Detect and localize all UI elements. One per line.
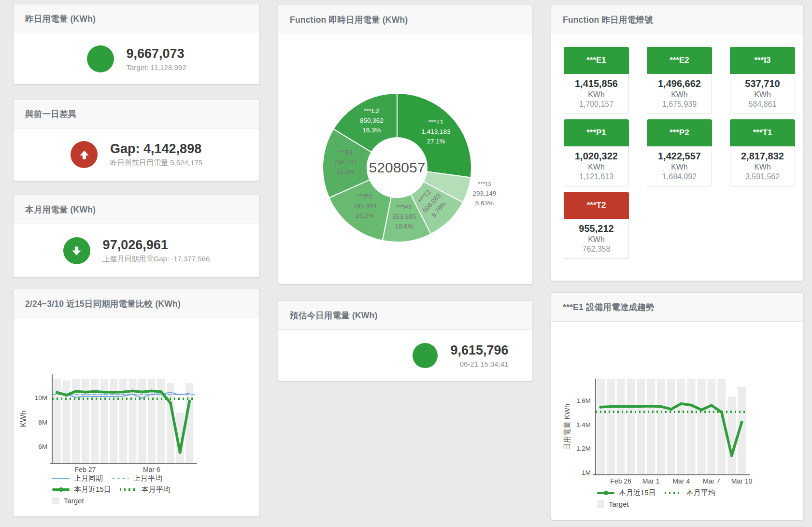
tile-previous-value: 762,358 xyxy=(566,245,627,254)
legend-label: 上月同期 xyxy=(74,474,103,483)
stat-value: 9,615,796 xyxy=(450,343,508,358)
status-tile-I3: ***I3537,710KWh584,861 xyxy=(730,47,795,114)
tile-label: ***P2 xyxy=(647,119,712,146)
status-tile-E2: ***E21,496,662KWh1,675,939 xyxy=(647,47,712,114)
panel-title: ***E1 設備用電達成趨勢 xyxy=(563,301,655,313)
stat-sub: 上個月同期用電Gap: -17,377,566 xyxy=(103,255,210,264)
legend-item-square[interactable]: Target xyxy=(52,496,84,505)
stat-text: Gap: 4,142,898 昨日與前日用電量 5,524,175 xyxy=(110,142,202,168)
y-tick-label: 1.6M xyxy=(576,397,591,404)
data-point xyxy=(710,404,713,407)
e1-chart-legend: 本月近15日本月平均Target xyxy=(597,488,715,509)
y-axis-label: 日用電量 KWh xyxy=(563,404,571,451)
target-bar xyxy=(687,379,696,474)
legend-item-thin[interactable]: 上月同期 xyxy=(52,473,103,483)
legend-swatch-thick xyxy=(597,492,614,494)
legend-label: 本月近15日 xyxy=(619,488,656,498)
tile-body: 2,817,832KWh3,591,562 xyxy=(730,146,795,186)
target-bar xyxy=(667,379,675,474)
panel-title: Function 昨日用電燈號 xyxy=(563,14,653,26)
data-point xyxy=(670,408,673,411)
donut-slice-label: ***I3293,1495.63% xyxy=(472,180,496,207)
data-point xyxy=(720,411,723,414)
tile-value: 955,212 xyxy=(566,223,627,234)
data-point xyxy=(650,405,653,408)
legend-row: 本月近15日本月平均 xyxy=(52,484,171,494)
data-point xyxy=(730,454,733,457)
x-tick-label: Feb 26 xyxy=(610,477,631,485)
legend-swatch-square xyxy=(52,497,59,504)
tile-unit: KWh xyxy=(566,235,627,244)
panel-header: ***E1 設備用電達成趨勢 xyxy=(551,293,803,322)
tile-unit: KWh xyxy=(732,90,793,99)
legend-label: 本月平均 xyxy=(142,485,171,494)
tile-value: 1,422,557 xyxy=(649,151,710,162)
green-status-circle-icon xyxy=(87,45,114,72)
panel-yesterday-usage: 昨日用電量 (KWh) 9,667,073 Target: 11,128,992 xyxy=(13,4,260,85)
legend-item-square[interactable]: Target xyxy=(597,499,629,509)
panel-yesterday-lights: Function 昨日用電燈號 ***E11,415,856KWh1,700,1… xyxy=(551,5,804,281)
tile-label: ***T1 xyxy=(730,119,795,146)
data-point xyxy=(65,394,68,397)
stat-value: 97,026,961 xyxy=(103,238,210,253)
realtime-donut-chart[interactable]: ***T11,413,18327.1%***I3293,1495.63%***T… xyxy=(278,34,533,285)
x-tick-label: Mar 10 xyxy=(731,477,753,485)
data-point xyxy=(131,390,134,393)
e1-trend-line-chart[interactable]: 1M1.2M1.4M1.6MFeb 26Mar 1Mar 4Mar 7Mar 1… xyxy=(551,293,804,521)
legend-item-dotted[interactable]: 本月平均 xyxy=(665,488,715,498)
data-point xyxy=(93,390,96,393)
legend-label: 本月近15日 xyxy=(74,485,111,494)
panel-header: 本月用電量 (KWh) xyxy=(14,195,259,224)
tile-previous-value: 1,700,157 xyxy=(566,100,627,109)
tile-unit: KWh xyxy=(732,163,793,171)
stat-sub: 昨日與前日用電量 5,524,175 xyxy=(110,158,202,168)
dashboard: { "theme": { "green": "#2e9e3c", "red": … xyxy=(0,0,812,527)
status-tile-P2: ***P21,422,557KWh1,684,092 xyxy=(647,119,712,186)
data-point xyxy=(150,390,153,393)
status-tile-T2: ***T2955,212KWh762,358 xyxy=(564,192,629,259)
x-tick-label: Mar 7 xyxy=(703,477,720,485)
target-bar xyxy=(627,379,635,474)
y-tick-label: 8M xyxy=(38,419,47,426)
y-tick-label: 6M xyxy=(38,443,47,450)
y-tick-label: 1.4M xyxy=(576,421,591,428)
panel-title: 2/24~3/10 近15日同期用電量比較 (KWh) xyxy=(25,298,181,310)
data-point xyxy=(700,409,703,412)
tile-previous-value: 1,684,092 xyxy=(649,172,710,181)
panel-title: 預估今日用電量 (KWh) xyxy=(290,310,377,321)
legend-item-thick[interactable]: 本月近15日 xyxy=(597,488,656,498)
tile-body: 955,212KWh762,358 xyxy=(564,219,629,259)
legend-swatch-thin xyxy=(52,478,70,479)
data-point xyxy=(599,406,602,409)
stat-body: 97,026,961 上個月同期用電Gap: -17,377,566 xyxy=(14,224,259,277)
target-bar xyxy=(607,379,615,474)
legend-item-dotted[interactable]: 本月平均 xyxy=(120,484,171,494)
target-bar xyxy=(597,379,605,474)
target-bar xyxy=(677,379,685,474)
donut-center-total: 5208057 xyxy=(369,159,426,175)
data-point xyxy=(640,405,642,408)
stat-text: 9,667,073 Target: 11,128,992 xyxy=(127,46,186,71)
x-tick-label: Mar 1 xyxy=(642,477,660,485)
panel-today-estimate: 預估今日用電量 (KWh) 9,615,796 06-21 15:34:41 xyxy=(278,300,532,382)
target-bar xyxy=(617,379,625,474)
data-point xyxy=(169,402,172,405)
data-point xyxy=(188,400,191,403)
tile-label: ***I3 xyxy=(730,47,795,74)
tile-body: 537,710KWh584,861 xyxy=(730,74,795,114)
panel-title: Function 即時日用電量 (KWh) xyxy=(290,14,408,26)
target-bar xyxy=(657,379,665,474)
stat-value: 9,667,073 xyxy=(127,46,186,61)
data-point xyxy=(141,391,143,394)
tile-previous-value: 1,675,939 xyxy=(649,100,710,109)
status-tile-T1: ***T12,817,832KWh3,591,562 xyxy=(730,119,795,186)
stat-text: 97,026,961 上個月同期用電Gap: -17,377,566 xyxy=(103,238,210,264)
legend-item-dashed[interactable]: 上月平均 xyxy=(112,473,162,483)
tile-previous-value: 3,591,562 xyxy=(732,172,793,181)
data-point xyxy=(741,421,743,424)
panel-month-usage: 本月用電量 (KWh) 97,026,961 上個月同期用電Gap: -17,3… xyxy=(13,195,260,278)
panel-realtime-donut: Function 即時日用電量 (KWh) ***T11,413,18327.1… xyxy=(278,5,532,285)
data-point xyxy=(629,405,632,408)
legend-item-thick[interactable]: 本月近15日 xyxy=(52,484,111,494)
tile-label: ***T2 xyxy=(564,192,629,219)
